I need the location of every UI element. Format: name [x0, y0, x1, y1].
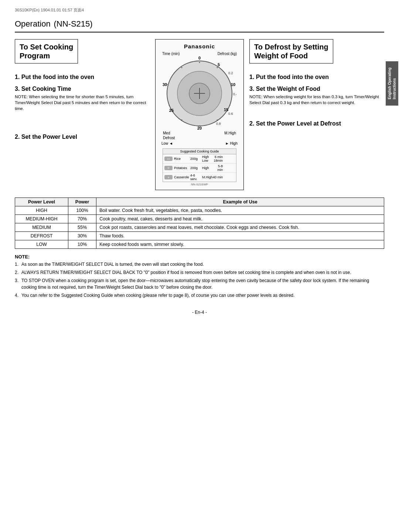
- note-list: As soon as the TIMER/WEIGHT SELECT DIAL …: [15, 261, 384, 299]
- table-row: MEDIUM 55% Cook pot roasts, casseroles a…: [15, 223, 384, 232]
- step2-left-title: 2. Set the Power Level: [15, 134, 150, 140]
- dial-svg: 0 5 10 15 20 25 30 0.2 0.4: [163, 56, 236, 130]
- top-section: To Set Cooking Program 1. Put the food i…: [15, 39, 384, 190]
- example-cell: Thaw foods.: [96, 232, 384, 240]
- note-item: You can refer to the Suggested Cooking G…: [15, 292, 384, 299]
- power-cell: 30%: [68, 232, 96, 240]
- right-column: To Defrost by Setting Weight of Food Eng…: [246, 39, 384, 190]
- note-item: TO STOP OVEN when a cooking program is s…: [15, 277, 384, 291]
- brand-name: Panasonic: [159, 43, 240, 49]
- cooking-program-title: To Set Cooking Program: [20, 42, 73, 60]
- low-label: Low ◄: [161, 141, 173, 145]
- sidebar-tab: English OperatingInstructions: [386, 61, 398, 106]
- svg-point-18: [217, 67, 218, 68]
- svg-point-19: [232, 84, 233, 85]
- svg-point-22: [199, 126, 200, 127]
- step1-left-title: 1. Put the food into the oven: [15, 74, 150, 80]
- power-cell: 100%: [68, 206, 96, 215]
- note-item: As soon as the TIMER/WEIGHT SELECT DIAL …: [15, 261, 384, 268]
- microwave-diagram: Panasonic Time (min) Defrost (kg): [155, 39, 244, 190]
- rice-icon: ≈≈: [164, 157, 173, 161]
- step1-right-title: 1. Put the food into the oven: [249, 74, 384, 80]
- guide-row-potatoes: ⊙ Potatoes 200g High 5-8 min: [163, 164, 236, 173]
- pot-icon: ⊙: [164, 166, 173, 170]
- left-column: To Set Cooking Program 1. Put the food i…: [15, 39, 153, 190]
- svg-text:0.4: 0.4: [233, 92, 236, 96]
- level-cell: DEFROST: [15, 232, 68, 240]
- table-row: LOW 10% Keep cooked foods warm, simmer s…: [15, 240, 384, 249]
- casserole-icon: ≡: [164, 175, 173, 179]
- level-cell: LOW: [15, 240, 68, 249]
- defrost2-label: Defrost: [163, 136, 175, 140]
- col-power-level: Power Level: [15, 198, 68, 206]
- power-cell: 10%: [68, 240, 96, 249]
- svg-text:25: 25: [169, 108, 174, 113]
- guide-row-casserole: ≡ Casserole 4-6 serv. M.High 40 min: [163, 173, 236, 182]
- example-cell: Boil water. Cook fresh fruit, vegetables…: [96, 206, 384, 215]
- example-cell: Cook poultry, meat, cakes, desserts and …: [96, 215, 384, 223]
- table-row: DEFROST 30% Thaw foods.: [15, 232, 384, 240]
- svg-text:5: 5: [218, 62, 220, 67]
- svg-text:0: 0: [198, 56, 201, 60]
- svg-point-26: [181, 67, 183, 68]
- model-label: NN-S21SWF: [159, 183, 240, 186]
- time-label: Time (min): [162, 52, 180, 56]
- svg-point-20: [229, 105, 231, 106]
- step3-right-title: 3. Set the Weight of Food: [249, 86, 384, 92]
- example-cell: Cook pot roasts, casseroles and meat loa…: [96, 223, 384, 232]
- defrost-box: To Defrost by Setting Weight of Food: [249, 39, 333, 64]
- step3-left-title: 3. Set Cooking Time: [15, 86, 150, 92]
- col-example: Example of Use: [96, 198, 384, 206]
- suggested-guide: Suggested Cooking Guide ≈≈ Rice 200g Hig…: [163, 148, 236, 182]
- svg-point-25: [167, 84, 168, 85]
- example-cell: Keep cooked foods warm, simmer slowly.: [96, 240, 384, 249]
- level-cell: MEDIUM-HIGH: [15, 215, 68, 223]
- col-power: Power: [68, 198, 96, 206]
- svg-point-23: [181, 120, 183, 121]
- dial-svg-wrap: 0 5 10 15 20 25 30 0.2 0.4: [163, 56, 236, 130]
- center-diagram-column: Panasonic Time (min) Defrost (kg): [153, 39, 246, 190]
- table-row: HIGH 100% Boil water. Cook fresh fruit, …: [15, 206, 384, 215]
- note-item: ALWAYS RETURN TIMER/WEIGHT SELECT DIAL B…: [15, 269, 384, 276]
- table-row: MEDIUM-HIGH 70% Cook poultry, meat, cake…: [15, 215, 384, 223]
- guide-title: Suggested Cooking Guide: [163, 149, 236, 154]
- svg-text:0.8: 0.8: [216, 122, 221, 126]
- power-cell: 55%: [68, 223, 96, 232]
- level-cell: MEDIUM: [15, 223, 68, 232]
- note-title: NOTE:: [15, 254, 384, 260]
- svg-text:30: 30: [163, 82, 167, 87]
- mhigh-label: M.High: [224, 131, 236, 135]
- svg-text:20: 20: [197, 126, 202, 130]
- med-label: Med: [163, 131, 170, 135]
- page-header: 36S10KP(En) 1904.01.01 01:57 页面4: [15, 7, 384, 13]
- level-cell: HIGH: [15, 206, 68, 215]
- defrost-label: Defrost (kg): [218, 52, 237, 56]
- cooking-program-box: To Set Cooking Program: [15, 39, 78, 64]
- svg-text:15: 15: [224, 107, 228, 112]
- svg-point-21: [217, 120, 218, 121]
- high-label: ► High: [225, 141, 238, 145]
- svg-text:0.2: 0.2: [228, 71, 233, 75]
- power-cell: 70%: [68, 215, 96, 223]
- step2-right-title: 2. Set the Power Level at Defrost: [249, 120, 384, 127]
- guide-row-rice: ≈≈ Rice 200g High Low 6 min 18min: [163, 154, 236, 164]
- svg-point-17: [199, 62, 200, 63]
- step3-right-note: NOTE: When selecting weight for less tha…: [249, 94, 384, 106]
- power-bar: Low ◄ ► High: [159, 141, 240, 145]
- step3-left-note: NOTE: When selecting the time for shorte…: [15, 94, 150, 111]
- power-level-table: Power Level Power Example of Use HIGH 10…: [15, 198, 384, 249]
- svg-point-24: [169, 105, 170, 106]
- note-section: NOTE: As soon as the TIMER/WEIGHT SELECT…: [15, 254, 384, 299]
- page-title: Operation (NN-S215): [15, 16, 384, 32]
- page-footer: - En-4 -: [15, 310, 384, 315]
- svg-text:0.6: 0.6: [228, 112, 233, 116]
- defrost-title: To Defrost by Setting Weight of Food: [254, 42, 328, 60]
